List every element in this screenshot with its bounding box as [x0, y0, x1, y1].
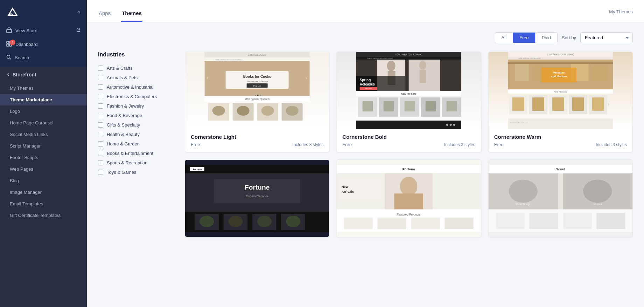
theme-preview-fortune-dark: Fortune Fortune Modern Elegance — [185, 160, 329, 237]
external-link-icon — [76, 28, 80, 33]
industry-checkbox-sports[interactable] — [98, 160, 103, 165]
sidebar-item-email-templates[interactable]: Email Templates — [0, 198, 87, 210]
view-store-item[interactable]: View Store — [0, 24, 87, 37]
theme-meta-cornerstone-bold: Free Includes 3 styles — [342, 142, 475, 147]
theme-preview-svg-fortune-dark: Fortune Fortune Modern Elegance — [185, 160, 329, 237]
filter-free-button[interactable]: Free — [513, 33, 536, 43]
svg-text:Releases: Releases — [360, 82, 375, 86]
theme-styles-cornerstone-bold: Includes 3 styles — [444, 142, 475, 147]
sidebar-item-theme-marketplace[interactable]: Theme Marketplace — [0, 94, 87, 105]
filter-all-button[interactable]: All — [495, 33, 513, 43]
sidebar-item-gift-certificate-templates[interactable]: Gift Certificate Templates — [0, 210, 87, 221]
svg-point-63 — [446, 124, 448, 126]
theme-card-cornerstone-bold[interactable]: CORNERSTONE DEMO CATALOG FEATURED NEW AB… — [336, 52, 481, 152]
svg-rect-118 — [337, 178, 382, 200]
theme-card-fortune-light[interactable]: Fortune New Arrivals — [336, 159, 481, 237]
theme-card-info-cornerstone-warm: Cornerstone Warm Free Includes 3 styles — [489, 129, 632, 152]
industries-title: Industries — [98, 52, 175, 58]
sidebar-item-my-themes[interactable]: My Themes — [0, 82, 87, 94]
svg-text:Fortune: Fortune — [193, 168, 202, 171]
svg-text:CATALOG  FEATURED  NEW  ABOUT : CATALOG FEATURED NEW ABOUT CONTACT — [367, 58, 393, 59]
industry-label-home-garden: Home & Garden — [107, 141, 140, 146]
theme-card-fortune-alt[interactable]: Scout Clean Design Minimal — [488, 159, 633, 237]
industry-checkbox-food[interactable] — [98, 113, 103, 118]
tab-apps[interactable]: Apps — [98, 10, 111, 22]
industry-checkbox-fashion[interactable] — [98, 103, 103, 109]
main-content: Apps Themes My Themes All Free Paid Sort… — [87, 0, 644, 307]
sidebar-item-blog[interactable]: Blog — [0, 175, 87, 186]
filter-paid-button[interactable]: Paid — [536, 33, 557, 43]
industry-toys[interactable]: Toys & Games — [98, 168, 175, 177]
industry-checkbox-gifts[interactable] — [98, 122, 103, 128]
search-icon — [6, 55, 11, 61]
industry-arts-crafts[interactable]: Arts & Crafts — [98, 63, 175, 73]
industry-checkbox-books[interactable] — [98, 151, 103, 156]
top-nav: Apps Themes My Themes — [87, 0, 644, 22]
industry-checkbox-automotive[interactable] — [98, 84, 103, 90]
search-item[interactable]: Search — [0, 51, 87, 64]
industry-checkbox-health[interactable] — [98, 132, 103, 137]
industry-food[interactable]: Food & Beverage — [98, 111, 175, 120]
svg-text:New Products: New Products — [554, 91, 567, 93]
industry-gifts[interactable]: Gifts & Specialty — [98, 120, 175, 130]
themes-grid-wrap: STENCIL DEMO HOME CATALOG FEATURED NEW A… — [185, 52, 633, 297]
industry-fashion[interactable]: Fashion & Jewelry — [98, 101, 175, 111]
search-label: Search — [15, 55, 29, 60]
svg-text:Shop Now: Shop Now — [253, 85, 261, 87]
industry-animals-pets[interactable]: Animals & Pets — [98, 73, 175, 82]
industry-checkbox-home-garden[interactable] — [98, 141, 103, 146]
svg-point-65 — [453, 124, 455, 126]
svg-text:Arrivals: Arrivals — [342, 190, 354, 193]
svg-rect-125 — [411, 218, 440, 229]
svg-text:Most Popular Products: Most Popular Products — [245, 98, 270, 101]
theme-card-cornerstone-warm[interactable]: CORNERSTONE DEMO HOME SHOP FEATURED SALE… — [488, 52, 633, 152]
industry-health[interactable]: Health & Beauty — [98, 130, 175, 139]
svg-point-28 — [237, 106, 250, 116]
industry-sports[interactable]: Sports & Recreation — [98, 158, 175, 168]
svg-point-64 — [450, 124, 452, 126]
sidebar-item-logo[interactable]: Logo — [0, 105, 87, 117]
theme-card-cornerstone-light[interactable]: STENCIL DEMO HOME CATALOG FEATURED NEW A… — [185, 52, 329, 152]
industry-books[interactable]: Books & Entertainment — [98, 149, 175, 158]
sidebar-collapse-button[interactable]: « — [77, 9, 80, 15]
svg-text:Spring: Spring — [360, 78, 371, 82]
svg-text:Versatile: Versatile — [553, 71, 565, 74]
svg-text:›: › — [608, 101, 609, 107]
industry-checkbox-arts-crafts[interactable] — [98, 66, 103, 71]
sort-select[interactable]: Featured Newest Price: Low to High Price… — [580, 32, 633, 43]
industry-label-food: Food & Beverage — [107, 113, 142, 118]
sort-label: Sort by — [562, 35, 576, 40]
sidebar-item-footer-scripts[interactable]: Footer Scripts — [0, 152, 87, 163]
sidebar-item-home-page-carousel[interactable]: Home Page Carousel — [0, 117, 87, 129]
sidebar-item-script-manager[interactable]: Script Manager — [0, 140, 87, 152]
svg-text:Discover our collection: Discover our collection — [246, 80, 267, 82]
theme-preview-cornerstone-light: STENCIL DEMO HOME CATALOG FEATURED NEW A… — [185, 52, 329, 129]
svg-rect-90 — [592, 97, 604, 111]
svg-rect-139 — [529, 213, 558, 229]
svg-text:CORNERSTONE DEMO: CORNERSTONE DEMO — [395, 53, 422, 56]
sidebar-header: BIG « — [0, 0, 87, 24]
filter-buttons: All Free Paid — [495, 32, 558, 43]
industry-checkbox-animals-pets[interactable] — [98, 75, 103, 80]
industry-automotive[interactable]: Automotive & Industrial — [98, 82, 175, 92]
svg-point-109 — [257, 216, 272, 227]
industry-checkbox-toys[interactable] — [98, 170, 103, 175]
dashboard-item[interactable]: 2 Dashboard — [0, 37, 87, 51]
svg-rect-89 — [572, 97, 584, 111]
sidebar-item-image-manager[interactable]: Image Manager — [0, 186, 87, 198]
industry-electronics[interactable]: Electronics & Computers — [98, 92, 175, 101]
tab-themes[interactable]: Themes — [121, 10, 142, 22]
industry-home-garden[interactable]: Home & Garden — [98, 139, 175, 149]
svg-point-134 — [583, 180, 612, 203]
sidebar-item-web-pages[interactable]: Web Pages — [0, 163, 87, 175]
sidebar-item-social-media-links[interactable]: Social Media Links — [0, 129, 87, 140]
industry-checkbox-electronics[interactable] — [98, 94, 103, 99]
svg-text:New: New — [342, 185, 349, 189]
svg-text:New Products: New Products — [401, 93, 416, 95]
sidebar: BIG « View Store 2 Dashboard Search — [0, 0, 87, 307]
theme-card-info-cornerstone-light: Cornerstone Light Free Includes 3 styles — [185, 129, 329, 152]
storefront-section-header[interactable]: Storefront — [0, 67, 87, 82]
svg-rect-117 — [394, 193, 423, 209]
my-themes-link[interactable]: My Themes — [609, 9, 633, 22]
theme-card-fortune-dark[interactable]: Fortune Fortune Modern Elegance — [185, 159, 329, 237]
